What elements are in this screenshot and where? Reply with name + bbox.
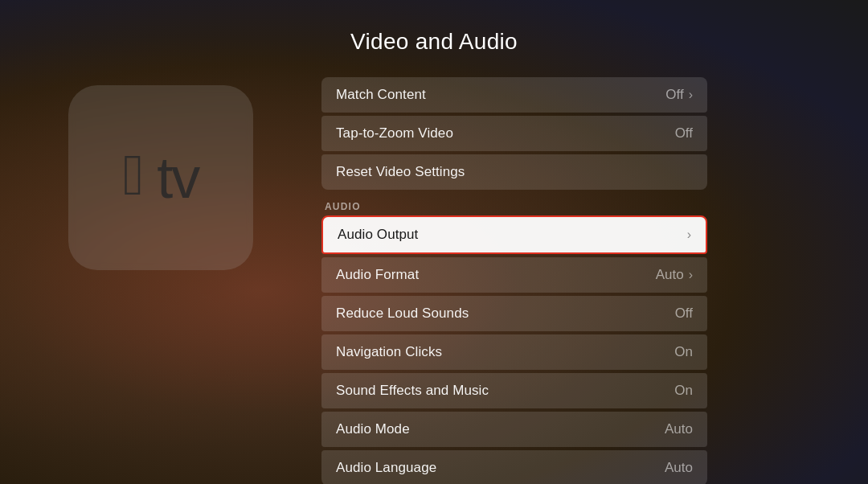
audio-output-chevron-icon: › bbox=[687, 228, 691, 242]
apple-logo-icon:  bbox=[123, 146, 144, 203]
nav-clicks-label: Navigation Clicks bbox=[336, 344, 442, 360]
settings-row-nav-clicks[interactable]: Navigation Clicks On bbox=[321, 334, 707, 370]
sound-effects-value: On bbox=[674, 383, 693, 399]
settings-row-match-content[interactable]: Match Content Off › bbox=[321, 77, 707, 113]
audio-settings-group: Audio Output › Audio Format Auto › Reduc… bbox=[321, 215, 707, 484]
tap-to-zoom-value: Off bbox=[675, 125, 693, 142]
page: Video and Audio  tv Match Content Off › bbox=[0, 0, 868, 484]
reduce-loud-label: Reduce Loud Sounds bbox=[336, 306, 469, 322]
match-content-value: Off bbox=[665, 87, 683, 103]
audio-mode-value: Auto bbox=[665, 421, 693, 437]
audio-language-label: Audio Language bbox=[336, 460, 436, 476]
match-content-label: Match Content bbox=[336, 87, 426, 103]
apple-tv-logo:  tv bbox=[123, 145, 199, 211]
settings-row-audio-mode[interactable]: Audio Mode Auto bbox=[321, 412, 707, 447]
reduce-loud-value: Off bbox=[675, 306, 693, 322]
settings-row-audio-language[interactable]: Audio Language Auto bbox=[321, 450, 707, 484]
audio-mode-label: Audio Mode bbox=[336, 421, 410, 437]
audio-output-right: › bbox=[687, 228, 691, 242]
audio-format-value: Auto bbox=[656, 267, 684, 283]
match-content-right: Off › bbox=[665, 87, 693, 103]
settings-list: Match Content Off › Tap-to-Zoom Video Of… bbox=[321, 77, 707, 484]
page-title: Video and Audio bbox=[350, 29, 518, 55]
audio-format-right: Auto › bbox=[656, 267, 693, 283]
reset-video-label: Reset Video Settings bbox=[336, 164, 465, 180]
nav-clicks-right: On bbox=[674, 344, 693, 360]
tap-to-zoom-right: Off bbox=[675, 125, 693, 142]
audio-mode-right: Auto bbox=[665, 421, 693, 437]
reduce-loud-right: Off bbox=[675, 306, 693, 322]
settings-row-reduce-loud[interactable]: Reduce Loud Sounds Off bbox=[321, 296, 707, 331]
audio-output-label: Audio Output bbox=[338, 227, 418, 243]
settings-row-sound-effects[interactable]: Sound Effects and Music On bbox=[321, 373, 707, 408]
settings-row-reset-video[interactable]: Reset Video Settings bbox=[321, 154, 707, 190]
device-illustration:  tv bbox=[48, 85, 273, 270]
settings-row-tap-to-zoom[interactable]: Tap-to-Zoom Video Off bbox=[321, 116, 707, 151]
nav-clicks-value: On bbox=[674, 344, 693, 360]
audio-language-right: Auto bbox=[665, 460, 693, 476]
audio-section-label: AUDIO bbox=[321, 201, 707, 212]
apple-tv-box:  tv bbox=[68, 85, 253, 270]
sound-effects-label: Sound Effects and Music bbox=[336, 383, 489, 399]
content-area:  tv Match Content Off › Tap-to-Zoom Vid… bbox=[0, 77, 868, 484]
audio-format-chevron-icon: › bbox=[689, 268, 693, 282]
match-content-chevron-icon: › bbox=[689, 88, 693, 102]
sound-effects-right: On bbox=[674, 383, 693, 399]
audio-format-label: Audio Format bbox=[336, 267, 419, 283]
audio-language-value: Auto bbox=[665, 460, 693, 476]
settings-row-audio-output[interactable]: Audio Output › bbox=[321, 215, 707, 254]
tv-label: tv bbox=[157, 145, 199, 211]
video-settings-group: Match Content Off › Tap-to-Zoom Video Of… bbox=[321, 77, 707, 190]
tap-to-zoom-label: Tap-to-Zoom Video bbox=[336, 125, 453, 142]
settings-row-audio-format[interactable]: Audio Format Auto › bbox=[321, 257, 707, 293]
